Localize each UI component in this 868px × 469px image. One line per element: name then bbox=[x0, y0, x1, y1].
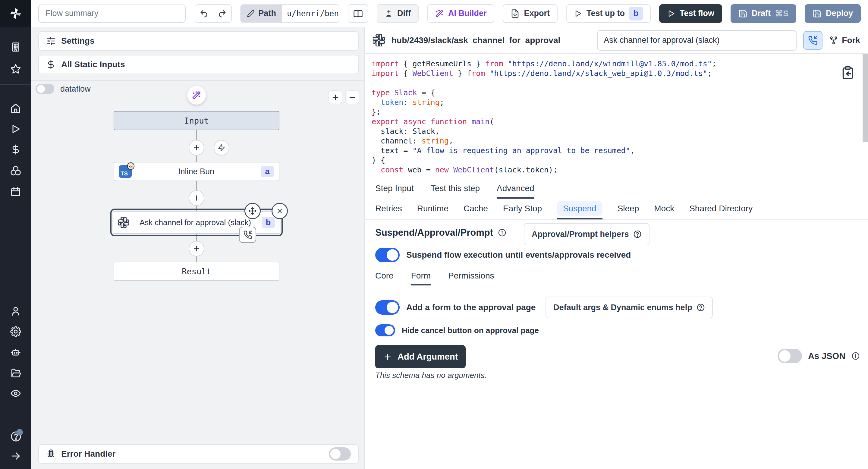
suspend-section-heading: Suspend/Approval/Prompt bbox=[375, 227, 506, 238]
test-up-to-button[interactable]: Test up to b bbox=[566, 4, 651, 23]
copy-code-button[interactable] bbox=[841, 66, 855, 80]
approval-prompt-helpers-button[interactable]: Approval/Prompt helpers bbox=[524, 223, 650, 245]
plus-icon bbox=[383, 352, 392, 362]
export-button[interactable]: Export bbox=[503, 4, 558, 23]
node-input-label: Input bbox=[119, 116, 274, 125]
redo-button[interactable] bbox=[213, 5, 231, 22]
runs-icon[interactable] bbox=[10, 124, 21, 134]
add-step-button[interactable] bbox=[189, 190, 204, 206]
code-editor[interactable]: import { getResumeUrls } from "https://d… bbox=[365, 54, 868, 180]
add-trigger-button[interactable] bbox=[214, 140, 229, 156]
plus-icon bbox=[193, 144, 200, 152]
add-step-button[interactable] bbox=[189, 140, 204, 156]
flow-node-input[interactable]: Input bbox=[114, 111, 279, 130]
tab-step-input[interactable]: Step Input bbox=[375, 180, 414, 199]
deploy-button[interactable]: Deploy bbox=[805, 4, 861, 23]
default-args-help-button[interactable]: Default args & Dynamic enums help bbox=[546, 296, 713, 318]
workers-robot-icon[interactable] bbox=[10, 347, 21, 358]
folders-icon[interactable] bbox=[10, 368, 21, 378]
flow-settings-row[interactable]: Settings bbox=[38, 31, 359, 51]
play-icon bbox=[667, 9, 675, 18]
subtab-retries[interactable]: Retries bbox=[375, 199, 402, 219]
test-flow-button[interactable]: Test flow bbox=[659, 4, 722, 23]
schedules-icon[interactable] bbox=[10, 186, 21, 197]
audit-eye-icon[interactable] bbox=[10, 388, 21, 399]
diff-button[interactable]: Diff bbox=[377, 4, 418, 23]
info-icon[interactable] bbox=[851, 352, 860, 360]
subtab-runtime[interactable]: Runtime bbox=[417, 199, 448, 219]
subtab-cache[interactable]: Cache bbox=[464, 199, 488, 219]
subtab-mock[interactable]: Mock bbox=[654, 199, 674, 219]
add-form-toggle[interactable] bbox=[375, 300, 400, 315]
undo-redo-group bbox=[195, 4, 232, 23]
ai-builder-button[interactable]: AI Builder bbox=[427, 4, 495, 23]
help-circle-icon bbox=[696, 303, 705, 312]
subtab-sleep[interactable]: Sleep bbox=[618, 199, 639, 219]
expand-sidebar-icon[interactable] bbox=[10, 450, 21, 462]
tab-advanced[interactable]: Advanced bbox=[497, 180, 534, 199]
dataflow-toggle[interactable] bbox=[36, 84, 54, 94]
tab-permissions[interactable]: Permissions bbox=[448, 268, 494, 285]
add-step-button[interactable] bbox=[189, 241, 204, 256]
subtab-early-stop[interactable]: Early Stop bbox=[503, 199, 542, 219]
suspend-indicator-button[interactable] bbox=[803, 31, 823, 50]
undo-button[interactable] bbox=[195, 5, 213, 22]
draft-button[interactable]: Draft ⌘S bbox=[731, 4, 796, 23]
path-button[interactable]: Path u/henri/ben bbox=[240, 4, 339, 23]
suspend-toggle-label: Suspend flow execution until events/appr… bbox=[406, 250, 631, 260]
zoom-out-button[interactable] bbox=[345, 90, 359, 104]
move-step-button[interactable] bbox=[244, 203, 261, 219]
typescript-icon: TS bbox=[119, 165, 132, 178]
save-icon bbox=[738, 9, 747, 18]
windmill-flow-editor: Path u/henri/ben Diff AI Builder Export … bbox=[0, 0, 868, 469]
test-up-to-step-badge: b bbox=[629, 7, 643, 21]
info-icon[interactable] bbox=[498, 228, 506, 237]
sidebar bbox=[0, 0, 31, 469]
path-value: u/henri/ben bbox=[282, 5, 339, 22]
hide-cancel-toggle[interactable] bbox=[375, 324, 395, 336]
flow-node-result[interactable]: Result bbox=[114, 262, 279, 281]
flow-node-inline-bun[interactable]: TS Inline Bun a bbox=[114, 162, 279, 181]
path-label: Path bbox=[258, 9, 276, 18]
zoom-in-button[interactable] bbox=[329, 90, 342, 104]
as-json-toggle[interactable] bbox=[778, 349, 802, 363]
flow-summary-input[interactable] bbox=[38, 4, 186, 23]
workspace-icon[interactable] bbox=[10, 41, 21, 53]
all-static-inputs-row[interactable]: All Static Inputs bbox=[38, 55, 359, 74]
docs-button[interactable] bbox=[348, 4, 368, 23]
as-json-label: As JSON bbox=[808, 351, 845, 361]
add-argument-label: Add Argument bbox=[398, 352, 458, 362]
subtab-shared-directory[interactable]: Shared Directory bbox=[689, 199, 752, 219]
fork-button[interactable]: Fork bbox=[829, 36, 860, 45]
error-handler-toggle[interactable] bbox=[329, 447, 351, 461]
step-title-input[interactable] bbox=[597, 30, 797, 51]
tab-form[interactable]: Form bbox=[411, 268, 431, 285]
favorites-star-icon[interactable] bbox=[10, 64, 21, 74]
resources-icon[interactable] bbox=[10, 165, 21, 176]
add-argument-button[interactable]: Add Argument bbox=[375, 345, 466, 368]
users-icon[interactable] bbox=[10, 306, 21, 316]
draft-label: Draft bbox=[752, 9, 771, 18]
ts-label: TS bbox=[121, 170, 128, 177]
help-icon[interactable] bbox=[10, 431, 21, 442]
tab-core[interactable]: Core bbox=[375, 268, 394, 285]
suspend-phone-badge[interactable] bbox=[239, 227, 256, 243]
subtab-suspend[interactable]: Suspend bbox=[557, 199, 602, 219]
home-icon[interactable] bbox=[10, 103, 21, 114]
suspend-flow-toggle[interactable] bbox=[375, 248, 400, 262]
add-form-toggle-row: Add a form to the approval page bbox=[375, 300, 535, 315]
delete-step-button[interactable] bbox=[272, 203, 288, 219]
windmill-logo[interactable] bbox=[0, 0, 31, 27]
suspend-config-tabs: Core Form Permissions bbox=[375, 268, 494, 285]
ai-flow-wand-button[interactable] bbox=[187, 86, 206, 104]
test-flow-label: Test flow bbox=[680, 9, 714, 18]
settings-gear-icon[interactable] bbox=[10, 326, 21, 337]
plus-minus-icon bbox=[384, 9, 393, 18]
save-icon bbox=[812, 9, 822, 18]
path-chip: Path bbox=[241, 5, 282, 22]
code-scrollbar-thumb[interactable] bbox=[863, 54, 868, 142]
step-tabs: Step Input Test this step Advanced bbox=[365, 180, 868, 199]
error-handler-row[interactable]: Error Handler bbox=[38, 444, 359, 464]
tab-test-this-step[interactable]: Test this step bbox=[431, 180, 480, 199]
variables-icon[interactable] bbox=[10, 144, 21, 155]
